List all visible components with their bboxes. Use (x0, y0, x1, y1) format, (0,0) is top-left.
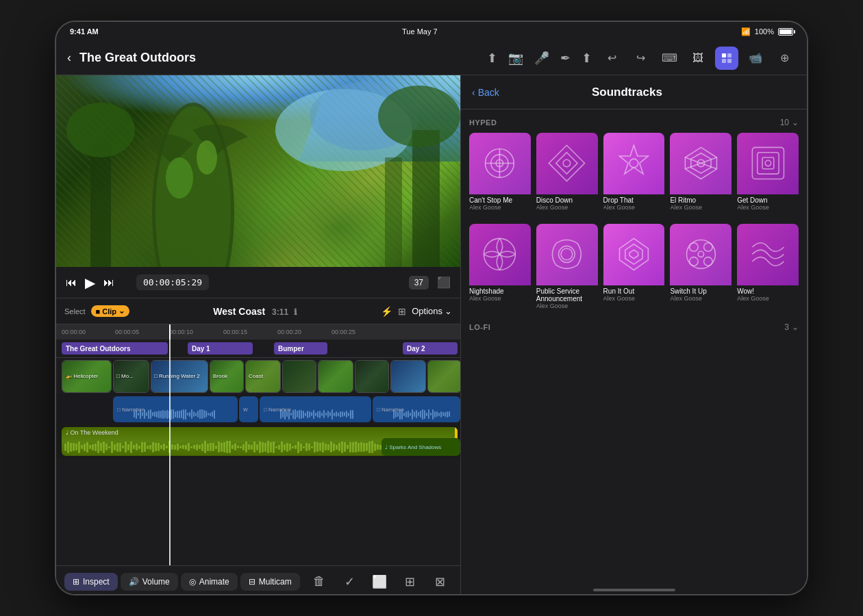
home-bar (593, 589, 675, 591)
screen-icon[interactable]: ⬛ (437, 276, 451, 289)
svg-point-24 (629, 159, 638, 168)
share-icon[interactable]: ⬆ (581, 51, 592, 66)
video-clip-9[interactable] (390, 360, 426, 393)
video-preview (56, 75, 460, 267)
volume-button[interactable]: 🔊 Volume (121, 573, 178, 591)
svg-rect-2 (722, 59, 726, 63)
animate-button[interactable]: ◎ Animate (181, 573, 238, 591)
crop-button[interactable]: ⬜ (367, 569, 392, 594)
chapter-3-label: Bumper (278, 345, 304, 352)
keyboard-button[interactable]: ⌨ (658, 47, 681, 70)
options-chevron: ⌄ (445, 306, 452, 316)
track-get-down[interactable]: Get Down Alex Goose (737, 133, 799, 213)
svg-rect-30 (762, 158, 774, 170)
lofi-count[interactable]: 3 ⌄ (784, 322, 799, 332)
track-6-artist: Alex Goose (469, 295, 531, 302)
battery-icon (778, 28, 793, 36)
delete-button[interactable]: 🗑 (307, 569, 332, 594)
lofi-label: LO-FI (469, 323, 490, 331)
toolbar-center-icons: ⬆ 📷 🎤 ✒ ⬆ (487, 51, 592, 66)
mic-icon[interactable]: 🎤 (534, 51, 549, 66)
track-switch-it-up[interactable]: Switch It Up Alex Goose (670, 224, 731, 311)
multicam-icon: ⊟ (249, 577, 255, 587)
video-clip-10[interactable] (427, 360, 460, 393)
svg-point-31 (765, 161, 771, 166)
chapter-chip-2[interactable]: Day 1 (188, 342, 253, 355)
back-button[interactable]: ‹ (67, 51, 71, 65)
chapter-1-label: The Great Outdoors (66, 345, 130, 352)
redo-button[interactable]: ↪ (629, 47, 652, 70)
track-wow[interactable]: Wow! Alex Goose (737, 224, 799, 311)
svg-marker-23 (620, 146, 649, 175)
video-clip-2[interactable]: □ Mo... (113, 360, 149, 393)
timeline-toolbar: Select ■ Clip ⌄ West Coast 3:11 ℹ ⚡ ⊞ Op… (56, 298, 460, 324)
status-date: Tue May 7 (402, 27, 438, 36)
video-clip-7[interactable] (318, 360, 353, 393)
pen-icon[interactable]: ✒ (560, 51, 571, 66)
audio-clip-narration-1[interactable]: □ Narration for(let i=0;i<40;i++){docume… (113, 396, 238, 422)
upload-icon[interactable]: ⬆ (487, 51, 497, 66)
multicam-button[interactable]: ⊟ Multicam (240, 573, 300, 591)
track-cant-stop-me[interactable]: Can't Stop Me Alex Goose (469, 133, 531, 213)
track-run-it-out[interactable]: Run It Out Alex Goose (603, 224, 665, 311)
back-link[interactable]: ‹ Back (472, 87, 499, 98)
undo-button[interactable]: ↩ (600, 47, 623, 70)
audio-clip-narration-3[interactable]: □ Narration for(let i=0;i<28;i++){docume… (373, 396, 460, 422)
track-drop-that[interactable]: Drop That Alex Goose (603, 133, 665, 213)
skip-back-button[interactable]: ⏮ (66, 277, 77, 289)
hyped-grid-row2: Nightshade Alex Goose (469, 224, 799, 311)
track-9-artist: Alex Goose (670, 295, 731, 302)
photo-button[interactable]: 🖼 (686, 47, 710, 70)
track-duration: 3:11 (272, 307, 288, 317)
battery-label: 100% (755, 27, 774, 36)
track-4-artist: Alex Goose (670, 204, 731, 211)
options-button[interactable]: Options ⌄ (412, 306, 452, 316)
sparks-clip[interactable]: ♩ Sparks And Shadows (382, 438, 460, 456)
video-clip-helicopter[interactable]: 🚁 Helicopter (62, 360, 112, 393)
overlay-button[interactable] (715, 47, 738, 70)
split-icon[interactable]: ⚡ (381, 306, 392, 317)
play-button[interactable]: ▶ (85, 274, 95, 291)
video-clip-water[interactable]: □ Running Water 2 (151, 360, 208, 393)
video-clip-6[interactable] (282, 360, 316, 393)
svg-point-33 (561, 248, 573, 260)
track-public-service[interactable]: Public Service Announcement Alex Goose (536, 224, 598, 311)
video-clip-coast[interactable]: Coast (245, 360, 281, 393)
track-9-title: Switch It Up (670, 287, 731, 295)
track-8-title: Run It Out (603, 287, 665, 295)
chapter-chip-3[interactable]: Bumper (274, 342, 327, 355)
svg-rect-10 (90, 144, 111, 267)
audio-clip-2[interactable]: W (239, 396, 258, 422)
check-button[interactable]: ✓ (337, 569, 362, 594)
svg-point-14 (378, 86, 460, 147)
snap-button[interactable]: ⊠ (427, 569, 452, 594)
chapter-chip-1[interactable]: The Great Outdoors (62, 342, 168, 355)
skip-fwd-button[interactable]: ⏭ (103, 277, 114, 289)
soundtracks-content[interactable]: HYPED 10 ⌄ (461, 110, 807, 583)
camera2-button[interactable]: 📹 (744, 47, 767, 70)
video-clip-8[interactable] (355, 360, 389, 393)
back-label: Back (478, 87, 499, 98)
trim-icon[interactable]: ⊞ (398, 306, 406, 317)
video-clip-brook[interactable]: Brook (210, 360, 244, 393)
track-nightshade[interactable]: Nightshade Alex Goose (469, 224, 531, 311)
hyped-grid-row1: Can't Stop Me Alex Goose (469, 133, 799, 213)
inspect-icon: ⊞ (73, 577, 79, 587)
track-2-artist: Alex Goose (536, 204, 598, 211)
inspect-button[interactable]: ⊞ Inspect (64, 573, 118, 591)
more-button[interactable]: ⊕ (773, 47, 796, 70)
chapter-chip-4[interactable]: Day 2 (403, 342, 458, 355)
audio-track: □ Narration for(let i=0;i<40;i++){docume… (56, 394, 460, 424)
top-toolbar: ‹ The Great Outdoors ⬆ 📷 🎤 ✒ ⬆ ↩ ↪ ⌨ 🖼 � (56, 41, 807, 75)
animate-label: Animate (199, 577, 229, 587)
audio-clip-narration-2[interactable]: □ Narration for(let i=0;i<36;i++){docume… (260, 396, 371, 422)
track-8-artist: Alex Goose (603, 295, 665, 302)
track-disco-down[interactable]: Disco Down Alex Goose (536, 133, 598, 213)
camera-icon[interactable]: 📷 (508, 51, 523, 66)
track-el-ritmo[interactable]: El Ritmo Alex Goose (670, 133, 731, 213)
transform-button[interactable]: ⊞ (397, 569, 422, 594)
hyped-count[interactable]: 10 ⌄ (780, 118, 799, 127)
bottom-right-actions: 🗑 ✓ ⬜ ⊞ ⊠ (307, 569, 452, 594)
hyped-section-header: HYPED 10 ⌄ (469, 118, 799, 127)
toolbar-right-icons: ↩ ↪ ⌨ 🖼 📹 ⊕ (600, 47, 796, 70)
